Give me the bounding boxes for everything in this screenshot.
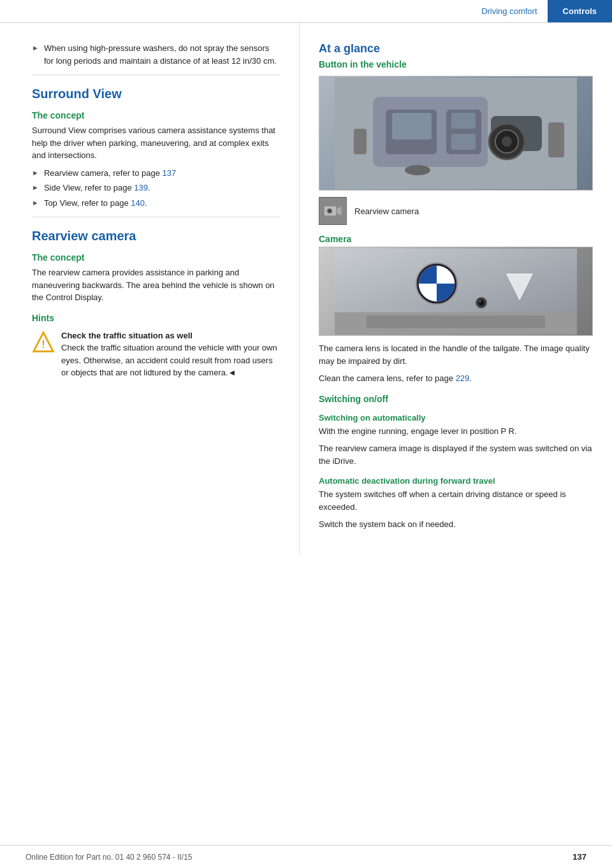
svg-rect-14 [354, 129, 367, 154]
header-controls: Controls [548, 0, 612, 22]
svg-point-29 [479, 300, 481, 302]
camera-text2: Clean the camera lens, refer to page [319, 373, 456, 383]
content-area: ► When using high-pressure washers, do n… [0, 23, 612, 555]
vehicle-interior-image [319, 76, 593, 191]
svg-marker-17 [337, 206, 342, 216]
separator [32, 75, 280, 75]
rearview-camera-icon [323, 201, 343, 221]
svg-rect-15 [548, 122, 564, 157]
intro-bullet-text: When using high-pressure washers, do not… [44, 42, 280, 67]
switching-title: Switching on/off [319, 394, 593, 404]
rearview-camera-label: Rearview camera [354, 206, 419, 216]
button-vehicle-title: Button in the vehicle [319, 59, 593, 69]
right-column: At a glance Button in the vehicle [300, 23, 612, 555]
camera-section-title: Camera [319, 234, 593, 244]
camera-svg [335, 249, 577, 335]
warning-box: ! Check the traffic situation as well Ch… [32, 329, 280, 379]
warning-text-block: Check the traffic situation as well Chec… [61, 329, 280, 379]
auto-deactivation-text1: The system switches off when a certain d… [319, 488, 593, 513]
link-140[interactable]: 140 [131, 198, 145, 208]
switching-on-auto-text1: With the engine running, engage lever in… [319, 425, 593, 438]
svg-rect-26 [367, 315, 545, 328]
camera-text2-suffix: . [469, 373, 472, 383]
svg-rect-12 [451, 134, 476, 150]
rearview-camera-section-title: Rearview camera [32, 229, 280, 243]
surround-view-title: Surround View [32, 87, 280, 101]
page-number: 137 [572, 852, 586, 862]
at-glance-title: At a glance [319, 42, 593, 55]
bullet-rearview-text: Rearview camera, refer to page 137 [44, 167, 176, 180]
concept-text: Surround View comprises various camera a… [32, 124, 280, 162]
rearview-icon-row: Rearview camera [319, 197, 593, 225]
switching-on-auto-text2: The rearview camera image is displayed i… [319, 442, 593, 467]
bullet-rearview: ► Rearview camera, refer to page 137 [32, 167, 280, 180]
svg-point-13 [405, 165, 430, 175]
camera-text1: The camera lens is located in the handle… [319, 342, 593, 367]
hints-title: Hints [32, 313, 280, 323]
page-header: Driving comfort Controls [0, 0, 612, 23]
header-driving-comfort: Driving comfort [471, 6, 547, 16]
concept2-text: The rearview camera provides assistance … [32, 266, 280, 304]
auto-deactivation-title: Automatic deactivation during forward tr… [319, 476, 593, 486]
bullet-arrow-topview-icon: ► [32, 198, 39, 208]
camera-link[interactable]: 229 [456, 373, 470, 383]
footer-edition-text: Online Edition for Part no. 01 40 2 960 … [26, 853, 193, 862]
svg-rect-10 [392, 113, 432, 140]
bullet-top-view: ► Top View, refer to page 140. [32, 197, 280, 210]
svg-text:!: ! [41, 338, 45, 350]
warning-triangle-icon: ! [32, 331, 55, 354]
warning-detail-text: Check the traffic situation around the v… [61, 343, 277, 377]
auto-deactivation-text2: Switch the system back on if needed. [319, 518, 593, 531]
intro-bullet-item: ► When using high-pressure washers, do n… [32, 42, 280, 67]
svg-rect-11 [451, 113, 476, 129]
camera-image [319, 247, 593, 336]
left-column: ► When using high-pressure washers, do n… [0, 23, 300, 555]
link-137[interactable]: 137 [163, 168, 177, 178]
bullet-arrow-icon: ► [32, 43, 39, 54]
camera-text2-para: Clean the camera lens, refer to page 229… [319, 372, 593, 385]
page-footer: Online Edition for Part no. 01 40 2 960 … [0, 845, 612, 868]
switching-on-auto-title: Switching on automatically [319, 413, 593, 423]
bullet-top-view-text: Top View, refer to page 140. [44, 197, 147, 210]
separator2 [32, 217, 280, 217]
rearview-camera-icon-box [319, 197, 347, 225]
bullet-side-view: ► Side View, refer to page 139. [32, 182, 280, 194]
concept-title: The concept [32, 110, 280, 120]
bullet-arrow-sideview-icon: ► [32, 182, 39, 193]
bullet-side-view-text: Side View, refer to page 139. [44, 182, 150, 194]
link-139[interactable]: 139 [134, 183, 148, 192]
svg-point-19 [328, 210, 331, 212]
svg-point-9 [502, 136, 512, 147]
concept2-title: The concept [32, 252, 280, 263]
bullet-arrow-rearview-icon: ► [32, 168, 39, 178]
vehicle-interior-svg [335, 78, 577, 189]
warning-bold-text: Check the traffic situation as well [61, 331, 193, 340]
